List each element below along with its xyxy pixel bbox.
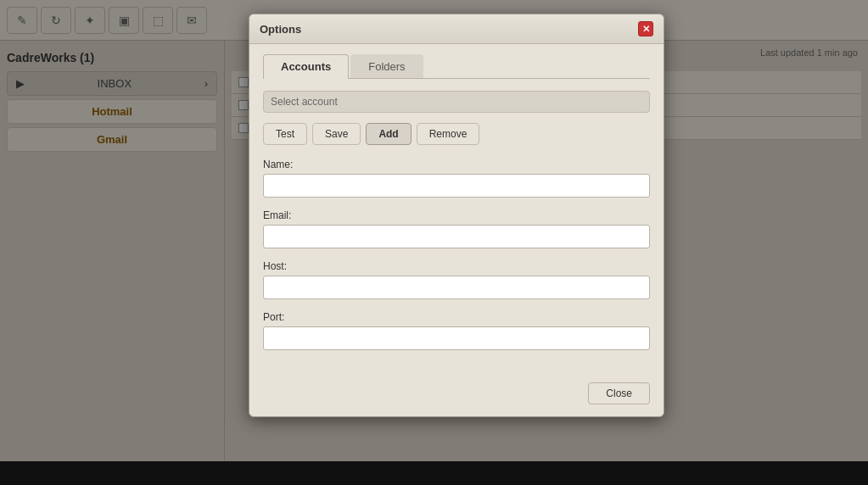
host-field-group: Host: — [263, 260, 650, 299]
email-input[interactable] — [263, 225, 650, 248]
tab-folders[interactable]: Folders — [350, 54, 423, 78]
dialog-body: Accounts Folders Select account Test Sav… — [249, 44, 664, 376]
select-account-label: Select account — [271, 96, 338, 108]
remove-button[interactable]: Remove — [417, 123, 480, 145]
host-label: Host: — [263, 260, 650, 272]
port-label: Port: — [263, 311, 650, 323]
host-input[interactable] — [263, 276, 650, 299]
dialog-title: Options — [260, 23, 301, 36]
name-input[interactable] — [263, 174, 650, 198]
close-icon: ✕ — [642, 24, 650, 35]
tab-bar: Accounts Folders — [263, 54, 650, 79]
tab-accounts-label: Accounts — [281, 60, 331, 73]
name-label: Name: — [263, 159, 650, 170]
dialog-overlay: Options ✕ Accounts Folders Select accoun… — [0, 0, 868, 485]
test-button[interactable]: Test — [263, 123, 307, 145]
port-field-group: Port: — [263, 311, 650, 350]
name-field-group: Name: — [263, 159, 650, 198]
dialog-close-button[interactable]: ✕ — [638, 21, 653, 36]
dialog-title-bar: Options ✕ — [249, 14, 664, 44]
email-label: Email: — [263, 209, 650, 221]
port-input[interactable] — [263, 326, 650, 350]
action-buttons: Test Save Add Remove — [263, 123, 650, 145]
email-field-group: Email: — [263, 209, 650, 248]
tab-accounts[interactable]: Accounts — [263, 54, 349, 79]
tab-folders-label: Folders — [368, 60, 405, 73]
dialog-footer: Close — [249, 376, 664, 416]
select-account-bar[interactable]: Select account — [263, 91, 650, 113]
add-button[interactable]: Add — [366, 123, 411, 145]
options-dialog: Options ✕ Accounts Folders Select accoun… — [249, 14, 664, 417]
save-button[interactable]: Save — [312, 123, 361, 145]
close-footer-button[interactable]: Close — [588, 382, 650, 404]
